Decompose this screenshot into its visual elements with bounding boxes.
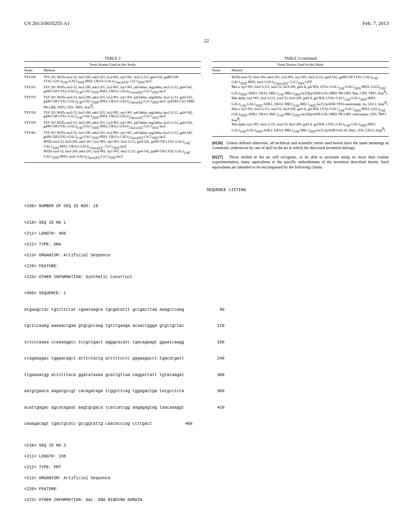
strain-cell: TSY355 <box>24 96 44 110</box>
seq-line: acattgagac agcatagaat aagtgcgaca tcatcat… <box>24 405 389 411</box>
paragraph-number: [0226] <box>212 141 223 145</box>
publication-date: Feb. 7, 2013 <box>363 20 389 27</box>
seq-header-line: <213> ORGANISM: Artificial Sequence <box>24 253 389 258</box>
seq-header-line: <213> ORGANISM: Artificial Sequence <box>24 476 389 481</box>
strain-cell: TSY356 <box>24 111 44 120</box>
strain-cell: TSY361 <box>24 131 44 160</box>
seq-line: aatgtgaata aagatgccgt cacagataga ttggctt… <box>24 389 389 394</box>
table-header-row: Strain Markers <box>212 69 389 74</box>
right-column: TABLE 3-continued Yeast Strains Used in … <box>212 56 389 170</box>
strain-cell: TSY200 <box>24 75 44 84</box>
left-column: TABLE 3 Yeast Strains Used in this Study… <box>24 56 201 170</box>
table3-cont-title: TABLE 3-continued <box>212 56 389 60</box>
table-row: TSY200 TSY 201 MATa ura3-52, his3-200, a… <box>24 75 201 84</box>
markers-cell: TSY 201 MATa ura3-52, his3-200, ade2-201… <box>44 121 201 130</box>
seq-tag: <400> SEQUENCE: 1 <box>24 291 389 296</box>
seq-line: caaagacagt tgactgtatc gccggtattg caatacc… <box>24 421 389 427</box>
page-header: US 2013/0035255 A1 Feb. 7, 2013 <box>24 20 389 27</box>
paragraph-text: Unless defined otherwise, all technical … <box>212 141 389 150</box>
paragraph-text: Those skilled in the art will recognize,… <box>212 155 389 169</box>
seq-header-line: <220> FEATURE: <box>24 486 389 492</box>
seq-line: tgctccaaag aaaaaccgaa gtgcgccaag tgtctga… <box>24 323 389 329</box>
seq-num-line: <160> NUMBER OF SEQ ID NOS: 19 <box>24 204 389 209</box>
paragraph-0227: [0227] Those skilled in the art will rec… <box>212 155 389 170</box>
markers-cell: TSY 201 MATa ura3-52, his3-200, ade2-201… <box>44 75 201 84</box>
col-header-markers: Markers <box>44 69 201 73</box>
markers-cell: TSY 201 MATa ura3-52, his3-200, ade2-201… <box>44 111 201 120</box>
seq-header-line: <211> LENGTH: 468 <box>24 231 389 237</box>
table-row: TSY361 TSY 201 MATa ura3-52, his3-200, a… <box>24 131 201 160</box>
col-header-strain: Strain <box>24 69 44 73</box>
col-header-markers: Markers <box>232 69 389 73</box>
publication-number: US 2013/0035255 A1 <box>24 20 70 27</box>
table-row: TSY359 TSY 201 MATa ura3-52, his3-200, a… <box>24 121 201 130</box>
markers-cell: TSY 201 MATa ura3-52, his3-200, ade2-201… <box>44 85 201 94</box>
seq-header-line: <223> OTHER INFORMATION: Synthetic Const… <box>24 274 389 280</box>
markers-cell: TSY 201 MATa ura3-52, his3-200, ade2-201… <box>44 96 201 110</box>
strain-table-left: Strain Markers TSY200 TSY 201 MATa ura3-… <box>24 69 201 163</box>
seq-header-line: <220> FEATURE: <box>24 264 389 269</box>
strain-cell: TSY359 <box>24 121 44 130</box>
seq-header-line: <223> OTHER INFORMATION: GAL- DNA BINDIN… <box>24 497 389 503</box>
sequence-listing: SEQUENCE LISTING <160> NUMBER OF SEQ ID … <box>24 182 389 508</box>
seq-line: ctagaaagac tggaacagct atttctactg atttttc… <box>24 356 389 362</box>
table3-caption: Yeast Strains Used in this Study <box>24 61 201 68</box>
table-row: TSY355 TSY 201 MATa ura3-52, his3-200, a… <box>24 96 201 110</box>
table3-cont-caption: Yeast Strains Used in this Study <box>212 61 389 68</box>
seq-header-line: <211> LENGTH: 156 <box>24 454 389 459</box>
table-row: MATa ura3-52, his3-200, ade2-201, lys2-8… <box>212 75 389 133</box>
seq-line: ttgaaaatgg attctttaca ggatataaaa gcattgt… <box>24 372 389 378</box>
table-header-row: Strain Markers <box>24 69 201 74</box>
seq-header-line: <212> TYPE: DNA <box>24 242 389 247</box>
table-row: TSY356 TSY 201 MATa ura3-52, his3-200, a… <box>24 111 201 120</box>
seq-header-line: <210> SEQ ID NO 2 <box>24 443 389 449</box>
page-number: 22 <box>24 38 389 44</box>
markers-cell: MATa ura3-52, his3-200, ade2-201, lys2-8… <box>232 75 389 133</box>
seq-line: atgaagctac tgtcttctat cgaacaagca tgcgata… <box>24 307 389 313</box>
table-row: TSY201 TSY 201 MATa ura3-52, his3-200, a… <box>24 85 201 94</box>
strain-cell <box>212 75 232 133</box>
strain-cell: TSY201 <box>24 85 44 94</box>
paragraph-number: [0227] <box>212 155 223 159</box>
paragraph-0226: [0226] Unless defined otherwise, all tec… <box>212 141 389 151</box>
markers-cell: TSY 201 MATa ura3-52, his3-200, ade2-201… <box>44 131 201 160</box>
sequence-listing-title: SEQUENCE LISTING <box>206 187 389 193</box>
strain-table-right: Strain Markers MATa ura3-52, his3-200, a… <box>212 69 389 137</box>
seq-header-line: <212> TYPE: PRT <box>24 465 389 470</box>
seq-line: tctcccaaaa ccaaaaggtc tccgctgact agggcac… <box>24 340 389 345</box>
seq-header-line: <210> SEQ ID NO 1 <box>24 220 389 226</box>
table3-title: TABLE 3 <box>24 56 201 60</box>
col-header-strain: Strain <box>212 69 232 73</box>
